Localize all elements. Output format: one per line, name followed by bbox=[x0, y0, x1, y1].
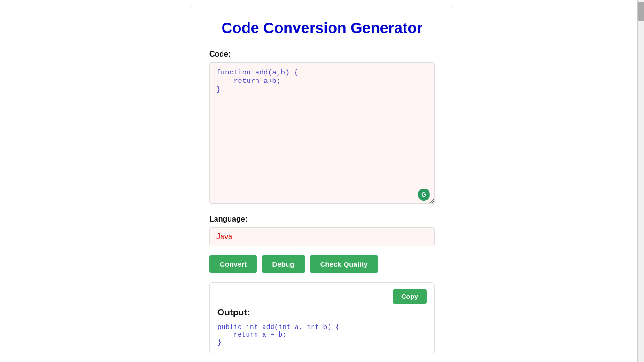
language-input[interactable] bbox=[209, 227, 435, 246]
convert-button[interactable]: Convert bbox=[209, 255, 257, 273]
scrollbar[interactable] bbox=[637, 0, 644, 362]
scrollbar-thumb[interactable] bbox=[638, 2, 644, 21]
language-label: Language: bbox=[209, 215, 435, 223]
action-buttons: Convert Debug Check Quality bbox=[209, 255, 435, 273]
copy-button[interactable]: Copy bbox=[393, 289, 427, 304]
code-input-wrapper: function add(a,b) { return a+b; } G bbox=[209, 62, 435, 206]
page-title: Code Conversion Generator bbox=[209, 19, 435, 37]
code-input[interactable]: function add(a,b) { return a+b; } bbox=[209, 62, 435, 204]
check-quality-button[interactable]: Check Quality bbox=[310, 255, 378, 273]
output-section: Copy Output: public int add(int a, int b… bbox=[209, 282, 435, 353]
main-card: Code Conversion Generator Code: function… bbox=[190, 5, 454, 362]
output-label: Output: bbox=[217, 307, 427, 318]
debug-button[interactable]: Debug bbox=[262, 255, 305, 273]
output-header: Copy bbox=[217, 289, 427, 304]
code-label: Code: bbox=[209, 50, 435, 58]
grammarly-icon[interactable]: G bbox=[418, 189, 430, 201]
output-code: public int add(int a, int b) { return a … bbox=[217, 323, 427, 346]
